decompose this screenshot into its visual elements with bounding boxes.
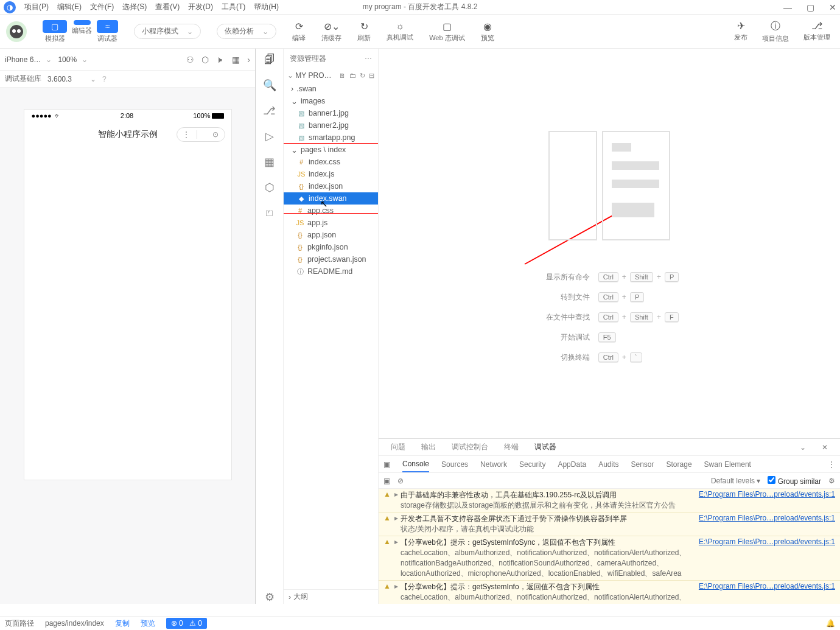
devtools-tab[interactable]: Storage (667, 460, 692, 469)
settings-icon[interactable]: ⚙ (828, 477, 835, 485)
more-icon[interactable]: ⋮ (182, 130, 191, 139)
activity-item[interactable]: 🗐 (264, 54, 275, 66)
tree-file[interactable]: ▧smartapp.png (284, 131, 378, 144)
tree-file[interactable]: ◆index.swan (284, 192, 378, 205)
devtools-tab[interactable]: Sources (441, 460, 468, 469)
new-folder-icon[interactable]: 🗀 (349, 72, 356, 80)
toolbar-button[interactable]: ⓘ项目信息 (762, 20, 789, 43)
devtools-tab[interactable]: Sensor (631, 460, 654, 469)
mute-icon[interactable]: 🕨 (216, 55, 225, 65)
new-file-icon[interactable]: 🗎 (339, 72, 346, 80)
copy-link[interactable]: 复制 (115, 618, 130, 629)
lib-version-dropdown[interactable]: 3.600.3⌄ (47, 75, 96, 83)
menu-item[interactable]: 编辑(E) (57, 2, 82, 12)
chevron-right-icon[interactable]: › (247, 55, 250, 65)
tree-file[interactable]: #index.css (284, 156, 378, 168)
clear-console-icon[interactable]: ⊘ (397, 477, 404, 485)
tree-file[interactable]: {}pkginfo.json (284, 241, 378, 253)
inspect-icon[interactable]: ▣ (383, 460, 390, 469)
toolbar-button[interactable]: ✈发布 (734, 20, 747, 43)
toolbar-button[interactable]: ◉预览 (481, 21, 494, 43)
activity-item[interactable]: ⏍ (266, 206, 273, 219)
devtools-tab[interactable]: Security (519, 460, 545, 469)
toolbar-button[interactable]: ↻刷新 (357, 21, 371, 43)
filter-levels[interactable]: Default levels ▾ (711, 477, 760, 485)
toolbar-button[interactable]: ⎇版本管理 (803, 20, 830, 43)
help-icon[interactable]: ? (102, 75, 107, 83)
toolbar-button[interactable]: ☼真机调试 (387, 21, 413, 43)
activity-item[interactable]: ⬡ (265, 181, 275, 194)
signal-icon: ●●●●● (32, 112, 52, 119)
refresh-icon[interactable]: ↻ (360, 72, 365, 80)
menu-item[interactable]: 项目(P) (24, 2, 49, 12)
tree-file[interactable]: ⓘREADME.md (284, 265, 378, 278)
tree-folder[interactable]: ⌄images (284, 95, 378, 107)
toolbar-button[interactable]: ⟳编译 (292, 21, 306, 43)
person-icon[interactable]: ⚇ (186, 55, 194, 65)
analysis-dropdown[interactable]: 依赖分析⌄ (217, 24, 276, 39)
minimize-button[interactable]: — (783, 2, 792, 12)
device-dropdown[interactable]: iPhone 6…⌄ (5, 55, 52, 64)
preview-link[interactable]: 预览 (141, 618, 155, 629)
bell-icon[interactable]: 🔔 (826, 619, 835, 628)
problems-badge[interactable]: ⊗ 0 ⚠ 0 (166, 618, 207, 629)
panel-tab[interactable]: 问题 (391, 442, 405, 452)
toolbar-pill[interactable]: ≈ (97, 20, 118, 33)
activity-item[interactable]: ⎇ (263, 104, 276, 117)
tree-file[interactable]: {}app.json (284, 229, 378, 241)
tree-file[interactable]: #app.css (284, 205, 378, 217)
toolbar-button[interactable]: ⊘⌄清缓存 (321, 21, 341, 43)
capsule[interactable]: ⋮ ⊙ (177, 127, 225, 142)
collapse-icon[interactable]: ⊟ (369, 72, 374, 80)
menu-item[interactable]: 开发(D) (188, 2, 213, 12)
mode-dropdown[interactable]: 小程序模式⌄ (134, 24, 201, 39)
console-source-link[interactable]: E:\Program Files\Pro…preload/events.js:1 (699, 514, 835, 534)
group-similar-checkbox[interactable]: Group similar (768, 476, 821, 486)
zoom-dropdown[interactable]: 100%⌄ (58, 55, 88, 64)
tree-folder[interactable]: ⌄pages \ index (284, 144, 378, 156)
tree-file[interactable]: ▧banner1.jpg (284, 107, 378, 119)
close-button[interactable]: ✕ (829, 2, 836, 12)
activity-item[interactable]: 🔍 (263, 79, 276, 92)
menu-item[interactable]: 文件(F) (90, 2, 114, 12)
panel-tab[interactable]: 输出 (421, 442, 436, 452)
console-source-link[interactable]: E:\Program Files\Pro…preload/events.js:1 (699, 490, 835, 511)
panel-control[interactable]: ✕ (822, 443, 828, 452)
tree-file[interactable]: JSapp.js (284, 217, 378, 229)
panel-tab[interactable]: 调试器 (534, 442, 556, 452)
console-source-link[interactable]: E:\Program Files\Pro…preload/events.js:1 (699, 582, 835, 604)
activity-item[interactable]: ▦ (264, 155, 275, 169)
more-icon[interactable]: ⋮ (828, 460, 835, 469)
menu-item[interactable]: 选择(S) (122, 2, 147, 12)
panel-tab[interactable]: 终端 (504, 442, 519, 452)
layout-icon[interactable]: ▦ (232, 55, 240, 65)
panel-tab[interactable]: 调试控制台 (452, 442, 488, 452)
maximize-button[interactable]: ▢ (807, 2, 814, 12)
root-folder[interactable]: ⌄ MY PRO… (287, 71, 331, 80)
menu-item[interactable]: 查看(V) (155, 2, 180, 12)
devtools-tab[interactable]: Console (402, 460, 429, 472)
menu-item[interactable]: 帮助(H) (254, 2, 279, 12)
panel-control[interactable]: ⌄ (800, 443, 806, 452)
activity-item[interactable]: ▷ (265, 130, 274, 143)
devtools-tab[interactable]: Swan Element (704, 460, 751, 469)
tree-file[interactable]: JSindex.js (284, 168, 378, 180)
toolbar-pill[interactable]: ▢ (43, 20, 67, 33)
activity-item[interactable]: ⚙ (265, 590, 275, 604)
tree-file[interactable]: {}project.swan.json (284, 253, 378, 265)
toolbar-button[interactable]: ▢Web 态调试 (429, 21, 464, 43)
outline-section[interactable]: ›大纲 (284, 589, 378, 604)
tree-file[interactable]: {}index.json (284, 180, 378, 192)
play-icon[interactable]: ▣ (383, 477, 390, 485)
console-source-link[interactable]: E:\Program Files\Pro…preload/events.js:1 (699, 537, 835, 579)
tree-file[interactable]: ▧banner2.jpg (284, 119, 378, 131)
devtools-tab[interactable]: Audits (598, 460, 618, 469)
devtools-tab[interactable]: Network (480, 460, 507, 469)
more-icon[interactable]: ⋯ (365, 54, 372, 63)
cube-icon[interactable]: ⬡ (201, 55, 209, 65)
devtools-tab[interactable]: AppData (558, 460, 586, 469)
menu-item[interactable]: 工具(T) (222, 2, 245, 12)
toolbar-pill[interactable] (74, 20, 91, 25)
close-icon[interactable]: ⊙ (211, 130, 220, 139)
tree-folder[interactable]: ›.swan (284, 83, 378, 95)
